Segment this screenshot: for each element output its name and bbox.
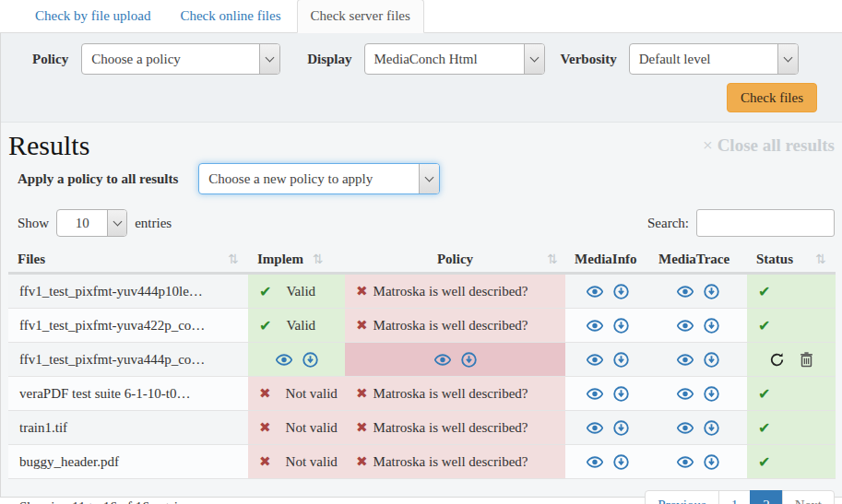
column-header-files[interactable]: Files ⇅	[8, 252, 248, 267]
download-button[interactable]	[704, 352, 719, 368]
delete-button[interactable]	[800, 352, 813, 368]
entries-label: entries	[135, 216, 172, 231]
download-button[interactable]	[704, 284, 719, 299]
implem-cell: ✖Not valid	[248, 411, 345, 444]
cross-icon: ✖	[356, 419, 368, 436]
check-icon: ✔	[259, 317, 271, 334]
apply-policy-label: Apply a policy to all results	[18, 171, 178, 187]
mediainfo-cell	[565, 445, 649, 478]
check-icon: ✔	[758, 317, 770, 334]
cross-icon: ✖	[356, 317, 368, 334]
view-button[interactable]	[677, 456, 694, 468]
check-icon: ✔	[758, 453, 770, 471]
view-button[interactable]	[677, 320, 694, 332]
pagination-page-2-button[interactable]: 2	[750, 490, 783, 504]
check-icon: ✔	[758, 385, 770, 403]
entries-per-page-select[interactable]: 10	[56, 209, 127, 237]
view-button[interactable]	[677, 286, 694, 298]
sort-icon[interactable]: ⇅	[313, 252, 324, 266]
mediatrace-cell	[649, 343, 747, 376]
tab-check-server-files[interactable]: Check server files	[297, 0, 424, 33]
download-button[interactable]	[704, 386, 719, 402]
file-name-cell: buggy_header.pdf	[8, 445, 248, 478]
policy-select[interactable]: Choose a policy	[81, 43, 280, 75]
view-button[interactable]	[677, 422, 694, 434]
download-button[interactable]	[613, 352, 629, 368]
view-icon	[587, 286, 603, 298]
policy-cell-label: Matroska is well described?	[374, 318, 528, 334]
view-icon	[677, 422, 694, 434]
cross-icon: ✖	[356, 385, 368, 402]
tab-check-by-file-upload[interactable]: Check by file upload	[21, 0, 164, 32]
sort-icon[interactable]: ⇅	[547, 252, 558, 266]
download-button[interactable]	[613, 386, 629, 402]
implem-header-label: Implem	[257, 252, 303, 267]
showing-entries-text: Showing 11 to 16 of 16 entries	[19, 490, 189, 504]
chevron-down-icon	[419, 164, 439, 193]
pagination-page-1-button[interactable]: 1	[718, 490, 752, 504]
implem-cell: ✔Valid	[248, 309, 345, 342]
table-body: ffv1_test_pixfmt-yuv444p10le…✔Valid✖Matr…	[8, 275, 836, 479]
view-button[interactable]	[677, 354, 694, 366]
column-header-policy[interactable]: Policy ⇅	[345, 252, 565, 267]
mediainfo-cell	[565, 411, 649, 444]
download-button[interactable]	[613, 420, 629, 436]
implem-cell-label: Valid	[286, 318, 315, 334]
policy-cell: ✖Matroska is well described?	[345, 275, 565, 308]
entries-per-page-value: 10	[57, 210, 107, 236]
search-input[interactable]	[696, 209, 835, 237]
tab-check-online-files[interactable]: Check online files	[166, 0, 294, 32]
file-name-cell: train1.tif	[8, 411, 248, 444]
view-icon	[587, 354, 603, 366]
download-icon	[613, 386, 629, 402]
implem-cell: ✖Not valid	[248, 377, 345, 410]
download-button[interactable]	[302, 352, 318, 368]
close-icon: ×	[703, 135, 713, 155]
download-icon	[613, 318, 629, 334]
view-icon	[276, 354, 292, 366]
sort-icon[interactable]: ⇅	[815, 252, 826, 266]
view-button[interactable]	[434, 354, 451, 366]
policy-cell-label: Matroska is well described?	[374, 420, 528, 436]
download-icon	[613, 352, 629, 368]
download-button[interactable]	[704, 318, 719, 334]
table-row: ffv1_test_pixfmt-yuv444p10le…✔Valid✖Matr…	[8, 275, 836, 309]
pagination-next-button[interactable]: Next	[782, 490, 835, 504]
apply-policy-select[interactable]: Choose a new policy to apply	[198, 163, 440, 194]
verbosity-select[interactable]: Default level	[629, 43, 799, 75]
download-icon	[704, 386, 719, 402]
check-files-button[interactable]: Check files	[727, 83, 817, 112]
mediainfo-cell	[565, 309, 649, 342]
download-button[interactable]	[613, 454, 629, 470]
refresh-icon	[769, 352, 785, 368]
view-button[interactable]	[276, 354, 292, 366]
implem-cell-label: Not valid	[286, 386, 338, 402]
implem-cell	[248, 343, 345, 376]
view-button[interactable]	[587, 354, 603, 366]
sort-icon[interactable]: ⇅	[228, 252, 239, 266]
view-button[interactable]	[677, 388, 694, 400]
implem-cell-label: Not valid	[286, 420, 338, 436]
policy-cell: ✖Matroska is well described?	[345, 411, 565, 444]
pagination-previous-button[interactable]: Previous	[645, 490, 719, 504]
display-label: Display	[307, 52, 351, 67]
view-button[interactable]	[587, 286, 603, 298]
close-all-results-button[interactable]: ×Close all results	[703, 135, 835, 156]
column-header-implem[interactable]: Implem ⇅	[248, 252, 345, 267]
view-button[interactable]	[587, 320, 603, 332]
view-button[interactable]	[587, 456, 603, 468]
refresh-button[interactable]	[769, 352, 785, 368]
view-button[interactable]	[587, 388, 603, 400]
column-header-status[interactable]: Status ⇅	[747, 252, 836, 267]
download-button[interactable]	[613, 318, 629, 334]
mediatrace-cell	[649, 377, 747, 410]
download-icon	[704, 420, 719, 436]
view-button[interactable]	[587, 422, 603, 434]
display-select[interactable]: MediaConch Html	[364, 43, 545, 75]
download-button[interactable]	[461, 352, 477, 368]
download-button[interactable]	[704, 454, 719, 470]
download-button[interactable]	[613, 284, 629, 299]
policy-cell-label: Matroska is well described?	[374, 454, 528, 470]
status-cell: ✔	[747, 275, 836, 308]
download-button[interactable]	[704, 420, 719, 436]
